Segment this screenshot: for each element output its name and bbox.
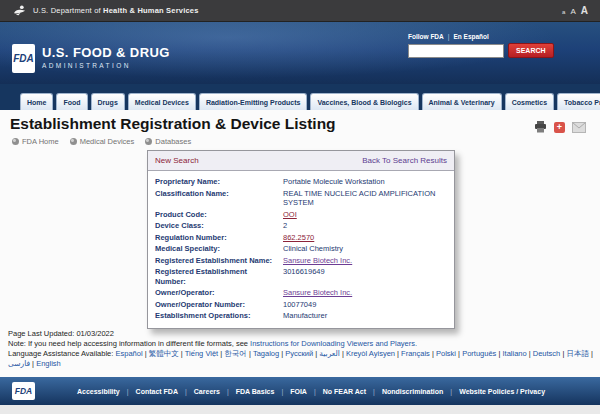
fda-logo[interactable]: FDA: [12, 44, 35, 73]
nav-tab[interactable]: Food: [56, 93, 87, 110]
bullet-icon: [145, 138, 152, 145]
detail-label: Medical Specialty:: [155, 244, 283, 254]
nav-tab[interactable]: Tobacco Products: [557, 93, 600, 110]
printer-icon[interactable]: [534, 121, 547, 133]
bottom-strip: [0, 405, 600, 414]
footer-link[interactable]: Contact FDA: [136, 388, 194, 395]
detail-label: Regulation Number:: [155, 233, 283, 243]
language-link[interactable]: Italiano: [502, 349, 532, 358]
primary-nav-tabs: Home Food Drugs Medical Devices Radiatio…: [20, 93, 600, 110]
language-link[interactable]: Tiếng Việt: [185, 349, 224, 358]
last-updated-text: Page Last Updated: 01/03/2022: [8, 329, 594, 339]
footer-link[interactable]: Nondiscrimination: [382, 388, 459, 395]
footer-fda-logo-text: FDA: [15, 386, 32, 396]
footer-link[interactable]: No FEAR Act: [323, 388, 382, 395]
language-link[interactable]: 繁體中文: [149, 349, 185, 358]
language-link[interactable]: Français: [401, 349, 436, 358]
back-to-search-results-link[interactable]: Back To Search Results: [362, 156, 447, 165]
header-links-row: Follow FDA|En Español: [408, 33, 548, 40]
language-link[interactable]: Español: [115, 349, 148, 358]
hhs-department-text: U.S. Department of Health & Human Servic…: [33, 6, 199, 15]
share-icon[interactable]: +: [554, 122, 565, 133]
language-link[interactable]: فارسی: [8, 359, 36, 368]
detail-label: Device Class:: [155, 221, 283, 231]
nav-tab[interactable]: Drugs: [91, 93, 125, 110]
detail-value[interactable]: Sansure Biotech Inc.: [283, 288, 352, 298]
breadcrumb: FDA Home Medical Devices Databases: [12, 137, 191, 146]
detail-value: Portable Molecule Workstation: [283, 177, 385, 187]
detail-label: Owner/Operator:: [155, 288, 283, 298]
note-prefix: Note: If you need help accessing informa…: [8, 339, 250, 348]
search-button[interactable]: SEARCH: [508, 43, 554, 58]
language-link[interactable]: العربية: [319, 349, 346, 358]
panel-body: Proprietary Name: Portable Molecule Work…: [148, 171, 454, 328]
nav-tab[interactable]: Medical Devices: [128, 93, 196, 110]
footer-links: Accessibility Contact FDA Careers FDA Ba…: [41, 388, 559, 395]
hhs-top-bar: U.S. Department of Health & Human Servic…: [0, 0, 600, 22]
panel-header: New Search Back To Search Results: [148, 151, 454, 171]
language-link[interactable]: Tagalog: [253, 349, 285, 358]
language-link[interactable]: Kreyòl Ayisyen: [346, 349, 401, 358]
follow-fda-link[interactable]: Follow FDA: [408, 33, 444, 40]
hhs-eagle-icon: [13, 4, 26, 17]
nav-tab[interactable]: Animal & Veterinary: [422, 93, 502, 110]
en-espanol-link[interactable]: En Español: [453, 33, 488, 40]
language-link[interactable]: 한국어: [224, 349, 253, 358]
breadcrumb-label: Medical Devices: [80, 137, 135, 146]
footer-link[interactable]: Website Policies / Privacy: [459, 388, 559, 395]
detail-label: Proprietary Name:: [155, 177, 283, 187]
text-size-small[interactable]: a: [562, 9, 565, 15]
nav-tab[interactable]: Cosmetics: [505, 93, 554, 110]
text-size-large[interactable]: A: [581, 5, 588, 16]
footer-fda-logo[interactable]: FDA: [12, 382, 35, 400]
new-search-link[interactable]: New Search: [155, 156, 199, 165]
detail-value: Manufacturer: [283, 311, 327, 321]
detail-row: Product Code: OOI: [155, 209, 447, 221]
detail-label: Registered Establishment Name:: [155, 256, 283, 266]
detail-value: 10077049: [283, 300, 316, 310]
device-detail-panel: New Search Back To Search Results Propri…: [147, 150, 455, 329]
detail-value: REAL TIME NUCLEIC ACID AMPLIFICATION SYS…: [283, 189, 447, 208]
header-search-input[interactable]: [408, 44, 504, 58]
hhs-dept-bold: Health & Human Services: [103, 6, 198, 15]
email-icon[interactable]: [572, 122, 586, 133]
detail-value[interactable]: Sansure Biotech Inc.: [283, 256, 352, 266]
detail-label: Classification Name:: [155, 189, 283, 208]
nav-tab[interactable]: Vaccines, Blood & Biologics: [310, 93, 418, 110]
footer-link[interactable]: FOIA: [290, 388, 323, 395]
breadcrumb-link[interactable]: Databases: [145, 137, 191, 146]
breadcrumb-link[interactable]: Medical Devices: [70, 137, 135, 146]
header-search-row: SEARCH: [408, 43, 548, 58]
detail-row: Owner/Operator Number: 10077049: [155, 299, 447, 311]
language-link[interactable]: Русский: [285, 349, 319, 358]
breadcrumb-label: FDA Home: [22, 137, 59, 146]
link-separator: |: [448, 33, 450, 40]
language-link[interactable]: 日本語: [566, 349, 593, 358]
language-link[interactable]: English: [36, 359, 61, 368]
detail-row: Registered Establishment Number: 3016619…: [155, 266, 447, 287]
share-tools: +: [534, 121, 586, 133]
detail-row: Registered Establishment Name: Sansure B…: [155, 255, 447, 267]
text-size-medium[interactable]: A: [570, 7, 575, 16]
breadcrumb-label: Databases: [155, 137, 191, 146]
language-link[interactable]: Deutsch: [533, 349, 567, 358]
detail-row: Device Class: 2: [155, 220, 447, 232]
detail-value[interactable]: OOI: [283, 210, 297, 220]
detail-row: Medical Specialty: Clinical Chemistry: [155, 243, 447, 255]
footer-link[interactable]: FDA Basics: [236, 388, 290, 395]
detail-row: Proprietary Name: Portable Molecule Work…: [155, 176, 447, 188]
nav-tab[interactable]: Home: [20, 93, 53, 110]
detail-label: Owner/Operator Number:: [155, 300, 283, 310]
language-link[interactable]: Português: [462, 349, 502, 358]
text-size-controls: a A A: [562, 5, 588, 16]
language-link[interactable]: Polski: [436, 349, 462, 358]
fda-brand-title: U.S. FOOD & DRUG ADMINISTRATION: [42, 45, 170, 69]
detail-row: Owner/Operator: Sansure Biotech Inc.: [155, 287, 447, 299]
page-info-block: Page Last Updated: 01/03/2022 Note: If y…: [8, 329, 594, 369]
nav-tab[interactable]: Radiation-Emitting Products: [199, 93, 308, 110]
footer-link[interactable]: Careers: [194, 388, 236, 395]
viewers-players-link[interactable]: Instructions for Downloading Viewers and…: [250, 339, 417, 348]
footer-link[interactable]: Accessibility: [77, 388, 136, 395]
breadcrumb-link[interactable]: FDA Home: [12, 137, 59, 146]
detail-value[interactable]: 862.2570: [283, 233, 314, 243]
